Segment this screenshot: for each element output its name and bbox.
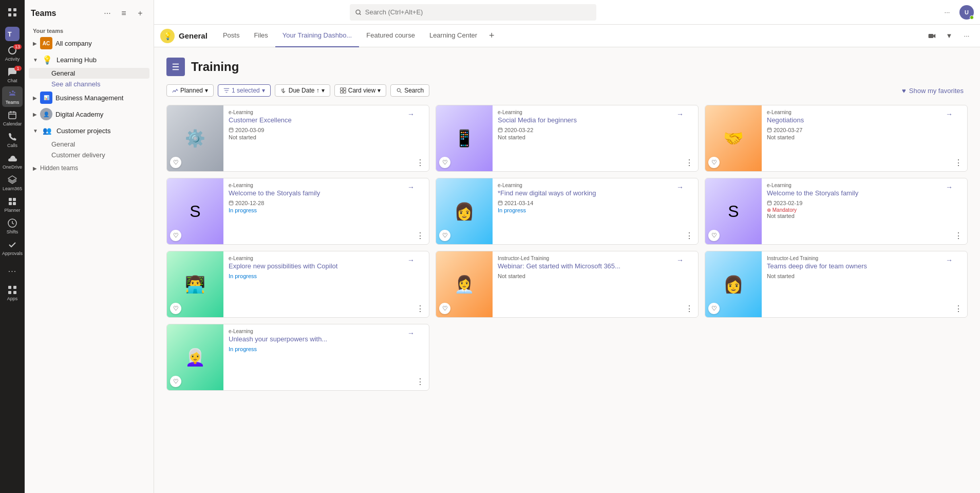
favorite-btn-customer-excellence[interactable]: ♡ (170, 157, 181, 168)
course-card-social-media[interactable]: 📱 ♡ e-Learning Social Media for beginner… (436, 105, 699, 172)
favorite-btn-superpowers[interactable]: ♡ (170, 376, 181, 387)
card-arrow-teams-deep-dive[interactable]: → (944, 254, 955, 266)
sidebar-channel-see-all[interactable]: See all channels (29, 79, 149, 89)
svg-rect-22 (341, 91, 343, 94)
course-card-negotiations[interactable]: 🤝 ♡ e-Learning Negotiations 2020-03-27 N… (705, 105, 968, 172)
rail-more[interactable]: ··· (2, 261, 23, 282)
card-arrow-webinar-m365[interactable]: → (674, 254, 686, 266)
channel-meet-button[interactable] (925, 29, 939, 43)
card-arrow-digital-ways[interactable]: → (674, 181, 686, 193)
filter-selected-button[interactable]: 1 selected ▾ (218, 84, 271, 97)
rail-shifts[interactable]: Shifts (2, 216, 23, 236)
card-arrow-copilot[interactable]: → (405, 254, 417, 266)
sidebar-item-customer-projects[interactable]: ▼ 👥 Customer projects (29, 122, 149, 139)
topbar-search-container[interactable] (350, 4, 596, 21)
rail-calls[interactable]: Calls (2, 130, 23, 150)
card-arrow-superpowers[interactable]: → (405, 327, 417, 339)
sidebar-item-all-company[interactable]: ▶ AC All company (29, 35, 149, 51)
rail-learn365[interactable]: Learn365 (2, 173, 23, 193)
card-title-digital-ways: *Find new digital ways of working (498, 189, 693, 198)
rail-planner[interactable]: Planner (2, 194, 23, 215)
favorite-btn-storyals-family2[interactable]: ♡ (708, 230, 720, 241)
tab-posts[interactable]: Posts (216, 25, 247, 47)
rail-apps-grid[interactable] (2, 2, 23, 23)
filter-planned-button[interactable]: Planned ▾ (166, 84, 214, 97)
card-more-superpowers[interactable]: ⋮ (414, 376, 426, 387)
favorite-btn-storyals-family[interactable]: ♡ (170, 230, 181, 241)
activity-label: Activity (5, 57, 20, 62)
card-more-teams-deep-dive[interactable]: ⋮ (953, 303, 964, 314)
course-card-teams-deep-dive[interactable]: 👩 ♡ Instructor-Led Training Teams deep d… (705, 251, 968, 318)
show-favorites-button[interactable]: ♥ Show my favorites (898, 85, 968, 97)
course-card-storyals-family2[interactable]: S ♡ e-Learning Welcome to the Storyals f… (705, 178, 968, 245)
svg-point-24 (397, 88, 400, 92)
sidebar-channel-general[interactable]: General (29, 68, 149, 79)
card-more-digital-ways[interactable]: ⋮ (684, 230, 695, 241)
favorite-btn-negotiations[interactable]: ♡ (708, 157, 720, 168)
sidebar-channel-customer-delivery[interactable]: Customer delivery (29, 150, 149, 160)
favorite-btn-digital-ways[interactable]: ♡ (439, 230, 450, 241)
card-type-copilot: e-Learning (229, 255, 424, 261)
channel-more-button[interactable]: ··· (959, 29, 974, 43)
rail-teams[interactable]: Teams (2, 86, 23, 107)
sidebar-item-business-mgmt[interactable]: ▶ 📊 Business Management (29, 89, 149, 106)
rail-calendar[interactable]: Calendar (2, 108, 23, 129)
card-arrow-negotiations[interactable]: → (944, 108, 955, 120)
tab-training-dashboard[interactable]: Your Training Dashbo... (275, 25, 359, 47)
filter-card-view-button[interactable]: Card view ▾ (334, 84, 386, 97)
card-body-storyals-family2: e-Learning Welcome to the Storyals famil… (762, 178, 967, 244)
tab-featured-course[interactable]: Featured course (359, 25, 422, 47)
sidebar-item-learning-hub[interactable]: ▼ 💡 Learning Hub (29, 51, 149, 68)
sidebar-more-button[interactable]: ··· (100, 6, 115, 21)
card-more-webinar-m365[interactable]: ⋮ (684, 303, 695, 314)
course-card-storyals-family[interactable]: S ♡ e-Learning Welcome to the Storyals f… (166, 178, 429, 245)
card-arrow-storyals-family[interactable]: → (405, 181, 417, 193)
user-avatar[interactable]: U (959, 5, 974, 20)
filter-due-date-button[interactable]: Due Date ↑ ▾ (275, 84, 330, 97)
card-status-teams-deep-dive: Not started (767, 273, 962, 279)
tab-files[interactable]: Files (247, 25, 275, 47)
card-arrow-social-media[interactable]: → (674, 108, 686, 120)
course-card-webinar-m365[interactable]: 👩‍💼 ♡ Instructor-Led Training Webinar: G… (436, 251, 699, 318)
customer-projects-name: Customer projects (56, 127, 145, 135)
favorite-btn-social-media[interactable]: ♡ (439, 157, 450, 168)
course-card-superpowers[interactable]: 👩‍🦳 ♡ e-Learning Unleash your superpower… (166, 324, 429, 391)
tab-learning-center[interactable]: Learning Center (422, 25, 484, 47)
card-more-storyals-family[interactable]: ⋮ (414, 230, 426, 241)
rail-activity[interactable]: 13 Activity (2, 43, 23, 64)
digital-academy-icon: 👤 (40, 108, 52, 120)
training-header: Training (166, 58, 968, 76)
sidebar-add-button[interactable]: + (133, 6, 147, 21)
card-arrow-storyals-family2[interactable]: → (944, 181, 955, 193)
tab-add-button[interactable]: + (484, 29, 499, 43)
rail-onedrive[interactable]: OneDrive (2, 151, 23, 172)
card-more-customer-excellence[interactable]: ⋮ (414, 157, 426, 168)
card-more-social-media[interactable]: ⋮ (684, 157, 695, 168)
favorite-btn-copilot[interactable]: ♡ (170, 303, 181, 314)
card-more-negotiations[interactable]: ⋮ (953, 157, 964, 168)
favorite-btn-webinar-m365[interactable]: ♡ (439, 303, 450, 314)
card-status-customer-excellence: Not started (229, 134, 424, 140)
course-card-digital-ways[interactable]: 👩 ♡ e-Learning *Find new digital ways of… (436, 178, 699, 245)
rail-teams-icon[interactable]: T (5, 27, 20, 41)
course-card-copilot[interactable]: 👨‍💻 ♡ e-Learning Explore new possibiliti… (166, 251, 429, 318)
rail-chat[interactable]: 1 Chat (2, 65, 23, 85)
card-more-storyals-family2[interactable]: ⋮ (953, 230, 964, 241)
rail-approvals[interactable]: Approvals (2, 238, 23, 258)
sidebar-channel-general2[interactable]: General (29, 139, 149, 150)
course-card-customer-excellence[interactable]: ⚙️ ♡ e-Learning Customer Excellence 2020… (166, 105, 429, 172)
card-arrow-customer-excellence[interactable]: → (405, 108, 417, 120)
sidebar-item-hidden-teams[interactable]: ▶ Hidden teams (29, 162, 149, 174)
sidebar-item-digital-academy[interactable]: ▶ 👤 Digital Academy (29, 106, 149, 122)
sidebar-filter-button[interactable]: ≡ (117, 6, 131, 21)
svg-rect-5 (9, 112, 16, 119)
training-menu-button[interactable] (166, 58, 185, 76)
favorite-btn-teams-deep-dive[interactable]: ♡ (708, 303, 720, 314)
channel-video-button[interactable]: ▼ (942, 29, 956, 43)
topbar-more-button[interactable]: ··· (939, 4, 955, 21)
rail-apps[interactable]: Apps (2, 283, 23, 303)
card-more-copilot[interactable]: ⋮ (414, 303, 426, 314)
card-thumbnail-storyals-family: S ♡ (167, 178, 223, 244)
filter-search-button[interactable]: Search (390, 84, 429, 97)
search-input[interactable] (365, 8, 592, 16)
